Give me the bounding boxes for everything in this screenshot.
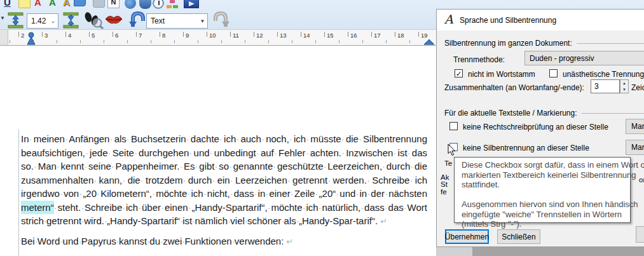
unaesthetisch-checkbox[interactable]	[549, 69, 558, 77]
background-window-dark	[472, 247, 644, 256]
ruler-tick	[183, 32, 184, 37]
text-line: strich· getrennt· wird.· „Handy-Spartari…	[21, 214, 387, 228]
silbentrennung-label: keine Silbentrennung an dieser Stelle	[463, 144, 589, 152]
ruler-number: 17	[374, 32, 381, 39]
ruler-number: 3	[45, 32, 48, 39]
ruler-number: 9	[186, 32, 189, 39]
ruler-number: 2	[21, 32, 24, 39]
line-spacing-compress-icon[interactable]	[63, 12, 79, 29]
underline-icon[interactable]: U	[1, 0, 13, 10]
ruler-tick	[371, 32, 372, 37]
ruler-tick	[160, 32, 160, 37]
style-combo[interactable]: Text ▼	[146, 13, 208, 29]
font-yellow-icon[interactable]: A	[60, 0, 72, 10]
rechtschreibpruefung-label: keine Rechtschreibprüfung an dieser Stel…	[463, 123, 608, 131]
footprints-search-icon[interactable]	[83, 11, 104, 29]
ruler-minor-tick	[339, 40, 339, 43]
ruler-minor-tick	[127, 40, 128, 43]
dropdown-arrow-icon[interactable]: ▼	[0, 15, 5, 21]
ruler-number: 11	[233, 32, 239, 39]
ruler-minor-tick	[198, 40, 198, 43]
text-frame-border	[18, 129, 19, 256]
group-divider	[577, 43, 644, 44]
ruler-minor-tick	[151, 40, 151, 43]
unaesthetisch-label: unästhetische Trennung erlauben	[563, 70, 644, 79]
group-current-selection-label: Für die aktuelle Textstelle / Markierung…	[444, 109, 577, 118]
redo-icon-disabled	[212, 11, 231, 29]
tooltip-line: (mittels Strg "-").	[462, 219, 630, 229]
clipped-button-fragment[interactable]	[636, 226, 644, 243]
trennmethode-value: Duden - progressiv	[525, 54, 594, 63]
markieren-button-1[interactable]: Mar	[626, 119, 644, 134]
ruler-number: 13	[280, 32, 287, 39]
right-indent-marker[interactable]	[423, 39, 435, 45]
background-window-strip	[436, 247, 472, 256]
mouse-cursor	[448, 144, 457, 157]
dialog-title: Sprache und Silbentrennung	[460, 16, 556, 25]
ruler-minor-tick	[221, 40, 222, 43]
comment-bubble-icon[interactable]	[74, 0, 86, 6]
font-green-icon[interactable]: A	[46, 0, 58, 10]
trennmethode-dropdown[interactable]: Duden - progressiv	[524, 51, 644, 65]
chevron-down-icon[interactable]: ⌄	[48, 18, 58, 24]
ruler-number: 14	[303, 32, 310, 39]
trennmethode-label: Trennmethode:	[453, 55, 505, 64]
globe-mask-icon[interactable]	[139, 0, 151, 9]
ruler-tick	[89, 32, 90, 37]
spinner-arrows[interactable]: ▲▼	[620, 79, 629, 93]
ruler-number: 5	[92, 32, 95, 39]
notes-grid-icon[interactable]: N	[107, 0, 120, 8]
ruler-minor-tick	[174, 40, 175, 43]
schliessen-button[interactable]: Schließen	[497, 229, 540, 244]
ruler-tick	[42, 32, 43, 37]
font-red-icon[interactable]: A	[32, 0, 44, 10]
text-line: Bei· Word· und· Papyrus· kannst· du· zwe…	[21, 234, 293, 248]
text-line: zusammenhalten· kann,· die· trotzdem· du…	[21, 173, 427, 187]
ruler-tick	[301, 32, 301, 37]
hyphenation-dialog: A Sprache und Silbentrennung Silbentrenn…	[436, 9, 644, 247]
wortstamm-checkbox[interactable]: ✓	[455, 69, 463, 77]
clock-icon[interactable]	[153, 0, 164, 9]
papyrus-logo-icon: A	[444, 12, 453, 26]
tooltip-line	[462, 190, 630, 200]
rechtschreibpruefung-checkbox[interactable]	[449, 122, 458, 130]
ruler-number: 4	[68, 32, 71, 39]
org-chart-icon[interactable]	[167, 0, 179, 13]
lips-icon[interactable]	[104, 13, 123, 26]
dialog-titlebar[interactable]: A Sprache und Silbentrennung	[437, 10, 644, 30]
presentation-icon[interactable]	[184, 0, 199, 8]
group-whole-document-label: Silbentrennung im ganzen Dokument:	[444, 39, 572, 48]
text-line: Du· stellst· die· Sprache· ein· und· sag…	[41, 254, 427, 256]
ruler-number: 6	[115, 32, 118, 39]
uebernehmen-button[interactable]: Übernehmen	[445, 229, 489, 244]
ruler-minor-tick	[292, 40, 292, 43]
ruler-minor-tick	[10, 40, 10, 43]
ruler-number: 18	[397, 32, 404, 39]
text-line: In· meinen· Anfängen· als· Buchsetzerin·…	[21, 132, 427, 146]
ruler-tick	[18, 32, 19, 37]
chevron-down-icon[interactable]: ▼	[198, 18, 207, 24]
style-value: Text	[147, 17, 198, 25]
text-line: beaufsichtigen,· jede· Seite· durchgehen…	[21, 146, 427, 160]
zusammenhalten-spinner[interactable]: 3	[591, 79, 620, 93]
first-line-indent-marker[interactable]	[27, 32, 36, 46]
sticky-note-icon[interactable]	[18, 0, 31, 8]
ruler-tick	[113, 32, 113, 37]
ruler-minor-tick	[409, 40, 410, 43]
text-line: metern“· steht.· Schreibe· ich· über· ei…	[21, 201, 427, 215]
checkbox-tooltip: Diese Checkbox sorgt dafür, dass in eine…	[454, 157, 631, 223]
ruler-tick	[65, 32, 66, 37]
ruler-minor-tick	[245, 40, 245, 43]
undo-icon[interactable]	[127, 11, 146, 29]
ghost-icon[interactable]	[93, 0, 105, 8]
hidden-text-fragment-3: fe	[441, 188, 447, 196]
zeichen-unit-label: Zeichen	[631, 83, 644, 92]
globe-icon[interactable]	[125, 0, 136, 9]
ruler-tick	[136, 32, 137, 37]
wortstamm-label: nicht im Wortstamm	[468, 70, 535, 79]
text-line: so.· Man· kennt· seine· Pappenheimer.· E…	[21, 159, 427, 173]
markieren-button-2[interactable]: Mar	[626, 140, 644, 155]
zoom-value: 1.42	[27, 17, 48, 25]
zoom-combo[interactable]: 1.42 ⌄	[27, 13, 58, 29]
line-spacing-expand-icon[interactable]	[8, 12, 24, 29]
